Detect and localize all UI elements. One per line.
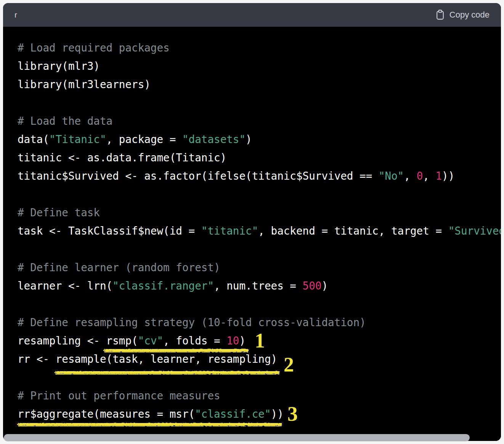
code-token: "No" xyxy=(379,170,404,182)
code-token: 0 xyxy=(417,170,423,182)
code-token: "classif.ranger" xyxy=(112,280,214,292)
code-line xyxy=(18,185,501,204)
code-header: r Copy code xyxy=(3,3,501,27)
code-token: "classif.ce" xyxy=(195,408,271,420)
code-token: , xyxy=(423,170,435,182)
code-line: # Print out performance measures xyxy=(18,387,501,405)
code-token: # Define task xyxy=(18,206,100,219)
code-token: # Print out performance measures xyxy=(18,389,220,402)
code-line: # Define learner (random forest) xyxy=(18,259,501,277)
code-line: library(mlr3learners) xyxy=(18,76,501,94)
code-token: learner <- lrn( xyxy=(18,280,112,292)
code-content: # Load required packageslibrary(mlr3)lib… xyxy=(3,27,501,423)
code-line: rr$aggregate(measures = msr("classif.ce"… xyxy=(18,405,501,423)
code-token: ) xyxy=(321,280,328,292)
code-token: library(mlr3learners) xyxy=(18,78,151,91)
code-line: # Define resampling strategy (10-fold cr… xyxy=(18,314,501,332)
code-token: # Define learner (random forest) xyxy=(18,261,220,274)
code-line: data("Titanic", package = "datasets") xyxy=(18,130,501,149)
code-line: library(mlr3) xyxy=(18,57,501,76)
code-token: "datasets" xyxy=(182,133,246,146)
code-line xyxy=(18,94,501,112)
copy-code-label: Copy code xyxy=(449,10,490,20)
code-line xyxy=(18,295,501,314)
code-token: "Survived" xyxy=(448,225,501,237)
code-line: rr <- resample(task, learner, resampling… xyxy=(18,350,501,368)
code-block: r Copy code # Load required packageslibr… xyxy=(3,3,501,441)
code-token: 500 xyxy=(303,280,322,292)
code-token: # Load required packages xyxy=(18,42,170,54)
code-token: 1 xyxy=(435,170,442,182)
code-line: # Load the data xyxy=(18,112,501,130)
code-token: # Load the data xyxy=(18,115,112,127)
code-token: rr$aggregate(measures = msr( xyxy=(18,408,195,420)
copy-code-button[interactable]: Copy code xyxy=(435,10,490,20)
code-token: "cv" xyxy=(138,335,163,347)
code-token: "Titanic" xyxy=(49,133,106,146)
code-token: # Define resampling strategy (10-fold cr… xyxy=(18,316,366,329)
code-token: )) xyxy=(442,170,454,182)
code-token: library(mlr3) xyxy=(18,60,100,72)
clipboard-icon xyxy=(435,10,445,20)
code-area: # Load required packageslibrary(mlr3)lib… xyxy=(3,27,501,441)
code-token: "titanic" xyxy=(201,225,258,237)
code-line xyxy=(18,368,501,387)
horizontal-scrollbar[interactable] xyxy=(4,434,470,441)
code-token: , folds = xyxy=(163,335,226,347)
code-line: learner <- lrn("classif.ranger", num.tre… xyxy=(18,277,501,295)
code-token: resampling <- rsmp( xyxy=(18,335,138,347)
code-token: titanic$Survived <- as.factor(ifelse(tit… xyxy=(18,170,379,182)
page-background: r Copy code # Load required packageslibr… xyxy=(0,0,504,444)
code-line: resampling <- rsmp("cv", folds = 10) xyxy=(18,332,501,350)
code-line: # Define task xyxy=(18,204,501,222)
code-token: , num.trees = xyxy=(214,280,303,292)
code-token: , package = xyxy=(106,133,182,146)
code-line: # Load required packages xyxy=(18,39,501,57)
code-line: titanic$Survived <- as.factor(ifelse(tit… xyxy=(18,167,501,185)
code-token: , xyxy=(404,170,416,182)
code-line: task <- TaskClassif$new(id = "titanic", … xyxy=(18,222,501,240)
code-token: ) xyxy=(239,335,246,347)
code-token: 10 xyxy=(226,335,239,347)
code-token: data( xyxy=(18,133,49,146)
code-token: , backend = titanic, target = xyxy=(258,225,448,237)
code-line: titanic <- as.data.frame(Titanic) xyxy=(18,149,501,167)
code-line xyxy=(18,240,501,259)
code-token: rr <- resample(task, learner, resampling… xyxy=(18,353,277,365)
code-token: titanic <- as.data.frame(Titanic) xyxy=(18,151,226,164)
code-token: ) xyxy=(246,133,252,146)
code-token: task <- TaskClassif$new(id = xyxy=(18,225,201,237)
language-label: r xyxy=(14,10,17,19)
code-token: )) xyxy=(271,408,284,420)
